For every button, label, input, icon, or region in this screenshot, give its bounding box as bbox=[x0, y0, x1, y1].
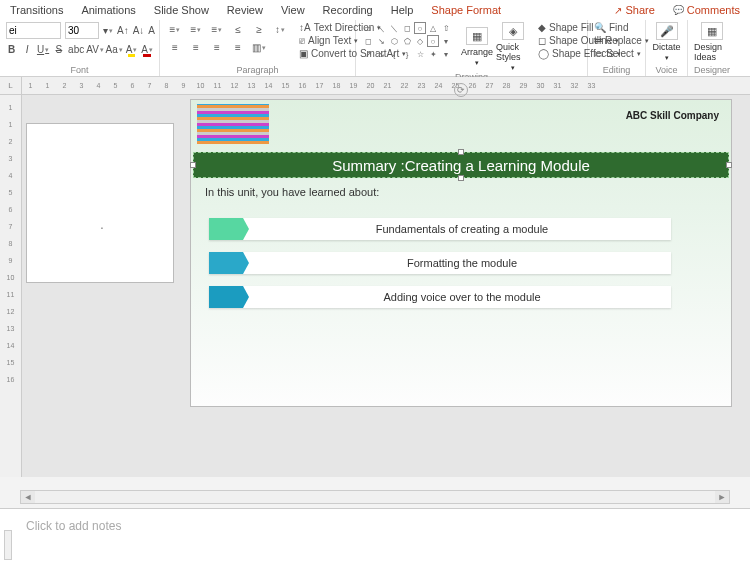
bullet-text: Adding voice over to the module bbox=[243, 286, 671, 308]
group-label-paragraph: Paragraph bbox=[166, 65, 349, 76]
scroll-left-button[interactable]: ◄ bbox=[21, 491, 35, 503]
font-color-button[interactable]: A bbox=[141, 42, 153, 57]
arrange-icon: ▦ bbox=[466, 27, 488, 45]
slide-canvas[interactable]: ABC Skill Company Summary :Creating a Le… bbox=[190, 99, 732, 407]
select-button[interactable]: ▭Select▾ bbox=[594, 48, 639, 59]
ribbon: Transitions Animations Slide Show Review… bbox=[0, 0, 750, 77]
replace-button[interactable]: ⇄Replace▾ bbox=[594, 35, 639, 46]
bullet-text: Fundamentals of creating a module bbox=[243, 218, 671, 240]
ruler-horizontal[interactable]: 1123456789101112131415161718192021222324… bbox=[22, 77, 750, 95]
selection-handle[interactable] bbox=[190, 162, 196, 168]
shadow-button[interactable]: abc bbox=[69, 42, 84, 57]
arrange-button[interactable]: ▦Arrange▾ bbox=[460, 22, 494, 72]
align-text-icon: ⎚ bbox=[299, 35, 305, 46]
highlight-button[interactable]: A bbox=[126, 42, 138, 57]
notes-placeholder: Click to add notes bbox=[26, 519, 121, 533]
slide-thumbnail[interactable] bbox=[26, 123, 174, 283]
spacing-button[interactable]: AV bbox=[88, 42, 103, 57]
columns-button[interactable]: ▥ bbox=[250, 40, 268, 55]
strike-button[interactable]: S bbox=[53, 42, 64, 57]
tab-help[interactable]: Help bbox=[385, 2, 420, 18]
group-voice: 🎤Dictate▾ Voice bbox=[646, 20, 688, 76]
workspace: L 11234567891011121314151617181920212223… bbox=[0, 77, 750, 477]
align-right-button[interactable]: ≡ bbox=[208, 40, 226, 55]
tab-shape-format[interactable]: Shape Format bbox=[425, 2, 507, 18]
tab-view[interactable]: View bbox=[275, 2, 311, 18]
horizontal-scrollbar[interactable]: ◄ ► bbox=[20, 490, 730, 504]
intro-text: In this unit, you have learned about: bbox=[205, 186, 379, 198]
selection-handle[interactable] bbox=[458, 175, 464, 181]
numbering-button[interactable]: ≡ bbox=[187, 22, 205, 37]
selection-handle[interactable] bbox=[726, 162, 732, 168]
line-spacing-button[interactable]: ↕ bbox=[271, 22, 289, 37]
slide-thumbnails-panel[interactable] bbox=[26, 99, 182, 473]
bullet-tag-icon bbox=[209, 218, 243, 240]
group-font: ▾ A↑ A↓ A B I U S abc AV Aa A A Font bbox=[0, 20, 160, 76]
bullet-tag-icon bbox=[209, 252, 243, 274]
design-ideas-button[interactable]: ▦Design Ideas bbox=[694, 22, 730, 62]
comments-button[interactable]: Comments bbox=[667, 2, 746, 18]
slide-logo-image[interactable] bbox=[197, 104, 269, 144]
slide-title-shape[interactable]: Summary :Creating a Learning Module bbox=[193, 152, 729, 178]
shapes-gallery[interactable]: ▭＼＼◻○△⇧ ◻↘⬡⬠◇○▾ ↗↘{}☆✦▾ bbox=[362, 22, 452, 60]
dictate-icon: 🎤 bbox=[656, 22, 678, 40]
company-label: ABC Skill Company bbox=[626, 110, 719, 121]
bullet-item[interactable]: Formatting the module bbox=[209, 252, 671, 274]
tab-animations[interactable]: Animations bbox=[75, 2, 141, 18]
increase-indent-button[interactable]: ≥ bbox=[250, 22, 268, 37]
tab-transitions[interactable]: Transitions bbox=[4, 2, 69, 18]
replace-icon: ⇄ bbox=[594, 35, 602, 46]
bullet-item[interactable]: Fundamentals of creating a module bbox=[209, 218, 671, 240]
case-button[interactable]: Aa bbox=[107, 42, 122, 57]
align-left-button[interactable]: ≡ bbox=[166, 40, 184, 55]
clear-format-button[interactable]: A bbox=[148, 23, 155, 38]
underline-button[interactable]: U bbox=[37, 42, 49, 57]
tab-slideshow[interactable]: Slide Show bbox=[148, 2, 215, 18]
font-size-select[interactable] bbox=[65, 22, 99, 39]
notes-scrollbar[interactable] bbox=[4, 530, 12, 560]
bullet-tag-icon bbox=[209, 286, 243, 308]
quick-styles-button[interactable]: ◈Quick Styles▾ bbox=[496, 22, 530, 72]
list-level-button[interactable]: ≡ bbox=[208, 22, 226, 37]
decrease-indent-button[interactable]: ≤ bbox=[229, 22, 247, 37]
ribbon-body: ▾ A↑ A↓ A B I U S abc AV Aa A A Font bbox=[0, 20, 750, 76]
ribbon-tabs: Transitions Animations Slide Show Review… bbox=[0, 0, 750, 20]
align-center-button[interactable]: ≡ bbox=[187, 40, 205, 55]
quick-styles-icon: ◈ bbox=[502, 22, 524, 40]
rotation-handle-icon[interactable] bbox=[454, 84, 468, 95]
grow-font-button[interactable]: A↑ bbox=[117, 23, 129, 38]
design-ideas-icon: ▦ bbox=[701, 22, 723, 40]
text-direction-icon: ↕A bbox=[299, 22, 311, 33]
bold-button[interactable]: B bbox=[6, 42, 17, 57]
share-button[interactable]: Share bbox=[608, 2, 660, 18]
group-paragraph: ≡ ≡ ≡ ≤ ≥ ↕ ≡ ≡ ≡ ≡ ▥ bbox=[160, 20, 356, 76]
font-size-dropdown-icon[interactable]: ▾ bbox=[103, 23, 113, 38]
group-label-voice: Voice bbox=[652, 65, 681, 76]
shrink-font-button[interactable]: A↓ bbox=[133, 23, 145, 38]
tab-review[interactable]: Review bbox=[221, 2, 269, 18]
dictate-button[interactable]: 🎤Dictate▾ bbox=[652, 22, 681, 62]
find-icon: 🔍 bbox=[594, 22, 606, 33]
select-icon: ▭ bbox=[594, 48, 603, 59]
shape-outline-icon: ◻ bbox=[538, 35, 546, 46]
ruler-vertical[interactable]: 112345678910111213141516 bbox=[0, 95, 22, 477]
ruler-corner: L bbox=[0, 77, 22, 95]
notes-pane[interactable]: Click to add notes bbox=[0, 508, 750, 566]
bullet-list: Fundamentals of creating a module Format… bbox=[209, 218, 671, 308]
find-button[interactable]: 🔍Find bbox=[594, 22, 639, 33]
group-label-editing: Editing bbox=[594, 65, 639, 76]
bullet-item[interactable]: Adding voice over to the module bbox=[209, 286, 671, 308]
justify-button[interactable]: ≡ bbox=[229, 40, 247, 55]
scroll-track[interactable] bbox=[35, 491, 715, 503]
tab-recording[interactable]: Recording bbox=[317, 2, 379, 18]
group-label-designer: Designer bbox=[694, 65, 730, 76]
shape-fill-icon: ◆ bbox=[538, 22, 546, 33]
scroll-right-button[interactable]: ► bbox=[715, 491, 729, 503]
font-family-select[interactable] bbox=[6, 22, 61, 39]
bullets-button[interactable]: ≡ bbox=[166, 22, 184, 37]
group-label-font: Font bbox=[6, 65, 153, 76]
smartart-icon: ▣ bbox=[299, 48, 308, 59]
shape-effects-icon: ◯ bbox=[538, 48, 549, 59]
italic-button[interactable]: I bbox=[21, 42, 32, 57]
selection-handle[interactable] bbox=[458, 149, 464, 155]
